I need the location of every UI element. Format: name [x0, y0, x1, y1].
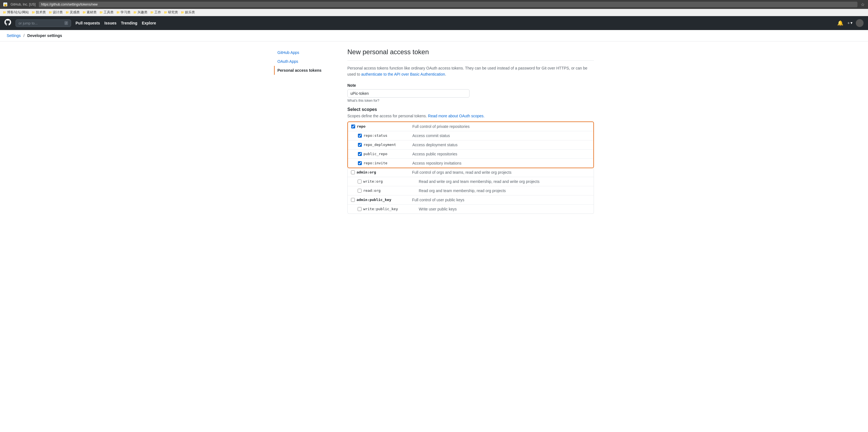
search-bar[interactable]: or jump to... /	[16, 20, 71, 27]
repo-deployment-desc: Access deployment status	[409, 140, 593, 149]
write-org-row: write:org Read and write org and team me…	[348, 177, 594, 186]
main-layout: GitHub Apps OAuth Apps Personal access t…	[268, 48, 600, 218]
bookmark-work[interactable]: 📁 工作	[150, 10, 161, 15]
write-org-checkbox[interactable]	[358, 180, 362, 183]
bookmark-label: 博客/论坛/网站	[7, 10, 29, 15]
avatar[interactable]	[856, 19, 864, 27]
breadcrumb-separator: /	[23, 33, 25, 38]
bookmark-label: 研究类	[168, 10, 178, 15]
bookmark-tech[interactable]: 📁 技术类	[32, 10, 46, 15]
public-repo-row: public_repo Access public repositories	[348, 149, 593, 159]
plus-icon[interactable]: ＋▾	[847, 21, 852, 26]
nav-right-actions: 🔔 ＋▾	[837, 19, 864, 27]
repo-invite-label[interactable]: repo:invite	[358, 161, 406, 165]
bookmark-label: 技术类	[36, 10, 46, 15]
folder-icon: 📁	[49, 11, 52, 14]
repo-deployment-label[interactable]: repo_deployment	[358, 143, 406, 147]
bookmark-label: 兴趣类	[137, 10, 148, 15]
bookmark-research[interactable]: 📁 研究类	[164, 10, 178, 15]
public-repo-checkbox[interactable]	[358, 152, 362, 156]
github-logo[interactable]	[4, 19, 11, 27]
search-placeholder: or jump to...	[19, 21, 38, 25]
page-description: Personal access tokens function like ord…	[347, 65, 594, 78]
scopes-title: Select scopes	[347, 107, 594, 112]
breadcrumb-current: Developer settings	[27, 33, 62, 38]
bookmarks-bar: 📁 博客/论坛/网站 📁 技术类 📁 设计类 📁 灵感类 📁 素材类 📁 工具类…	[0, 9, 868, 16]
admin-org-desc: Full control of orgs and teams, read and…	[409, 168, 594, 177]
api-auth-link[interactable]: authenticate to the API over Basic Authe…	[361, 72, 445, 77]
repo-invite-checkbox[interactable]	[358, 161, 362, 165]
nav-links: Pull requests Issues Trending Explore	[75, 21, 156, 25]
page-content: New personal access token Personal acces…	[347, 48, 594, 218]
admin-public-key-row: admin:public_key Full control of user pu…	[348, 195, 594, 204]
bell-icon[interactable]: 🔔	[837, 20, 843, 26]
nav-pull-requests[interactable]: Pull requests	[75, 21, 100, 25]
write-public-key-checkbox[interactable]	[358, 207, 362, 211]
admin-org-label[interactable]: admin:org	[351, 170, 405, 174]
scopes-description: Scopes define the access for personal to…	[347, 114, 594, 118]
folder-icon: 📁	[181, 11, 184, 14]
admin-public-key-label[interactable]: admin:public_key	[351, 198, 405, 202]
sidebar-item-github-apps[interactable]: GitHub Apps	[274, 48, 341, 57]
sidebar-item-personal-access-tokens[interactable]: Personal access tokens	[274, 66, 341, 75]
repo-status-desc: Access commit status	[409, 131, 593, 140]
repo-scope-desc: Full control of private repositories	[409, 122, 593, 131]
sidebar-item-oauth-apps[interactable]: OAuth Apps	[274, 57, 341, 66]
write-org-label[interactable]: write:org	[358, 179, 405, 183]
bookmark-blog[interactable]: 📁 博客/论坛/网站	[3, 10, 29, 15]
breadcrumb-settings-link[interactable]: Settings	[7, 33, 21, 38]
note-field-group: Note What's this token for?	[347, 83, 594, 103]
bookmark-tools[interactable]: 📁 工具类	[99, 10, 114, 15]
repo-status-label[interactable]: repo:status	[358, 134, 406, 138]
nav-trending[interactable]: Trending	[121, 21, 137, 25]
repo-scope-highlighted-box: repo Full control of private repositorie…	[347, 121, 594, 168]
folder-icon: 📁	[133, 11, 136, 14]
folder-icon: 📁	[116, 11, 120, 14]
bookmark-inspiration[interactable]: 📁 灵感类	[65, 10, 80, 15]
note-hint: What's this token for?	[347, 99, 594, 103]
admin-public-key-checkbox[interactable]	[351, 198, 355, 202]
bookmark-learning[interactable]: 📁 学习类	[116, 10, 130, 15]
repo-invite-name: repo:invite	[364, 161, 388, 165]
write-public-key-row: write:public_key Write user public keys	[348, 204, 594, 213]
oauth-scopes-link[interactable]: Read more about OAuth scopes.	[428, 114, 485, 118]
public-repo-label[interactable]: public_repo	[358, 152, 406, 156]
bookmark-material[interactable]: 📁 素材类	[83, 10, 97, 15]
repo-scope-name: repo	[357, 124, 365, 128]
admin-public-key-name: admin:public_key	[356, 198, 391, 202]
other-scopes-box: admin:org Full control of orgs and teams…	[347, 168, 594, 214]
bookmark-interest[interactable]: 📁 兴趣类	[133, 10, 148, 15]
bookmark-design[interactable]: 📁 设计类	[49, 10, 63, 15]
public-repo-desc: Access public repositories	[409, 149, 593, 159]
write-public-key-label[interactable]: write:public_key	[358, 207, 405, 211]
bookmark-label: 设计类	[53, 10, 63, 15]
read-org-label[interactable]: read:org	[358, 189, 405, 193]
admin-org-row: admin:org Full control of orgs and teams…	[348, 168, 594, 177]
nav-issues[interactable]: Issues	[104, 21, 117, 25]
repo-deployment-checkbox[interactable]	[358, 143, 362, 147]
favicon-icon: 🔒	[3, 2, 7, 6]
other-scopes-table: admin:org Full control of orgs and teams…	[348, 168, 594, 213]
note-input[interactable]	[347, 89, 469, 97]
search-slash: /	[64, 21, 68, 25]
url-bar[interactable]: https://github.com/settings/tokens/new	[39, 2, 858, 7]
folder-icon: 📁	[164, 11, 167, 14]
admin-org-checkbox[interactable]	[351, 170, 355, 174]
folder-icon: 📁	[32, 11, 35, 14]
read-org-desc: Read org and team membership, read org p…	[409, 186, 594, 195]
read-org-name: read:org	[363, 189, 381, 193]
bookmark-label: 灵感类	[70, 10, 80, 15]
nav-explore[interactable]: Explore	[142, 21, 156, 25]
repo-status-name: repo:status	[364, 134, 388, 138]
folder-icon: 📁	[65, 11, 69, 14]
repo-checkbox-label[interactable]: repo	[351, 124, 406, 128]
bookmark-entertainment[interactable]: 📁 娱乐类	[181, 10, 195, 15]
repo-checkbox[interactable]	[351, 124, 355, 128]
repo-status-checkbox[interactable]	[358, 134, 362, 138]
write-public-key-desc: Write user public keys	[409, 204, 594, 213]
star-icon[interactable]: ☆	[861, 2, 865, 7]
repo-deployment-row: repo_deployment Access deployment status	[348, 140, 593, 149]
tab-title: GitHub, Inc. [US]	[10, 2, 35, 6]
read-org-checkbox[interactable]	[358, 189, 362, 193]
folder-icon: 📁	[150, 11, 154, 14]
